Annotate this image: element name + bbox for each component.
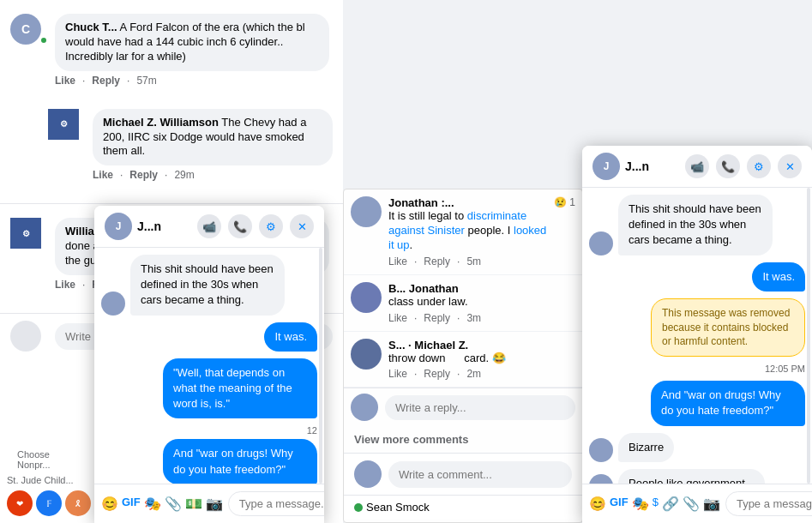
s-name: S... · Michael Z. xyxy=(388,339,575,352)
chuck-actions: Like · Reply · 57m xyxy=(55,75,333,87)
messenger-right-header-icons: 📹 📞 ⚙ ✕ xyxy=(685,154,802,178)
s-actions: Like · Reply · 2m xyxy=(388,368,575,380)
comment-chuck: C Chuck T... A Ford Falcon of the era (w… xyxy=(10,7,333,93)
s-like[interactable]: Like xyxy=(388,368,407,380)
jonathan-reply[interactable]: Reply xyxy=(424,255,450,268)
right-footer-icons: 😊 GIF 🎭 $ 🔗 📎 📷 xyxy=(589,496,720,512)
right-bubble-incoming-3: People like government... xyxy=(618,469,765,484)
gif-icon[interactable]: GIF xyxy=(122,496,141,512)
chuck-avatar-wrapper: C xyxy=(10,14,48,45)
msg-outgoing-1: It was. xyxy=(101,322,317,352)
attach-icon[interactable]: 📎 xyxy=(165,496,182,512)
close-icon[interactable]: ✕ xyxy=(290,214,314,238)
middle-facebook-panel: Jonathan :... It is still legal to discr… xyxy=(343,189,583,523)
gear-icon[interactable]: ⚙ xyxy=(259,214,283,238)
right-scrollbar[interactable] xyxy=(807,188,810,484)
s-reply[interactable]: Reply xyxy=(424,368,450,380)
write-reply-avatar xyxy=(351,394,378,421)
sticker-icon[interactable]: 🎭 xyxy=(144,496,161,512)
photo-icon[interactable]: 📷 xyxy=(206,496,223,512)
messenger-left-header-left: J J...n xyxy=(105,213,161,240)
messenger-left-messages[interactable]: This shit should have been defined in th… xyxy=(94,248,324,484)
right-avatar-1 xyxy=(589,231,613,255)
right-paperclip-icon[interactable]: 📎 xyxy=(683,496,700,512)
write-reply-input[interactable] xyxy=(385,395,575,420)
msg-bubble-outgoing-2: "Well, that depends on what the meaning … xyxy=(163,358,317,419)
right-avatar-2 xyxy=(589,438,613,462)
money-icon[interactable]: 💵 xyxy=(185,496,202,512)
right-money-icon[interactable]: $ xyxy=(653,496,659,512)
right-gear-icon[interactable]: ⚙ xyxy=(747,154,771,178)
right-sticker-icon[interactable]: 🎭 xyxy=(632,496,649,512)
sean-smock-name: Sean Smock xyxy=(366,501,430,514)
emoji-icon[interactable]: 😊 xyxy=(101,496,118,512)
write-avatar xyxy=(10,321,41,352)
michael-like[interactable]: Like xyxy=(93,169,113,181)
messenger-right-messages[interactable]: This shit should have been defined in th… xyxy=(582,188,812,484)
chuck-bubble: Chuck T... A Ford Falcon of the era (whi… xyxy=(55,14,329,71)
video-call-icon[interactable]: 📹 xyxy=(197,214,221,238)
chuck-name: Chuck T... xyxy=(65,21,117,33)
left-type-message-input[interactable] xyxy=(228,491,324,516)
chuck-reply[interactable]: Reply xyxy=(92,75,120,87)
right-msg-incoming-3: People like government... xyxy=(589,469,805,484)
michael-reply[interactable]: Reply xyxy=(129,169,158,181)
jonathan-comment: Jonathan :... It is still legal to discr… xyxy=(344,189,582,275)
s-avatar xyxy=(351,339,382,370)
right-msg-outgoing-1: It was. xyxy=(589,262,805,292)
msg-bubble-incoming-1: This shit should have been defined in th… xyxy=(130,255,285,316)
msg-avatar-incoming xyxy=(101,292,125,316)
messenger-right-header-left: J J...n xyxy=(592,153,649,180)
main-comment-input[interactable] xyxy=(388,461,572,488)
view-more-comments[interactable]: View more comments xyxy=(344,426,582,453)
left-scrollbar[interactable] xyxy=(319,248,322,484)
messenger-right-header: J J...n 📹 📞 ⚙ ✕ xyxy=(582,146,812,188)
right-avatar-3 xyxy=(589,474,613,484)
messenger-popup-left: J J...n 📹 📞 ⚙ ✕ This shit should have be… xyxy=(94,206,324,523)
b-reply[interactable]: Reply xyxy=(424,312,450,324)
nonprofit-avatars: ❤ 𝔽 🎗 xyxy=(7,490,92,516)
b-comment: B... Jonathan class under law. Like · Re… xyxy=(344,275,582,332)
nonprofit-avatar-3: 🎗 xyxy=(65,490,91,516)
messenger-popup-right: J J...n 📹 📞 ⚙ ✕ This shit should have be… xyxy=(582,146,812,523)
right-emoji-icon[interactable]: 😊 xyxy=(589,496,606,512)
chuck-time: 57m xyxy=(136,75,156,87)
online-indicator xyxy=(39,36,48,45)
right-video-icon[interactable]: 📹 xyxy=(685,154,709,178)
jonathan-text: It is still legal to discriminate agains… xyxy=(388,209,547,253)
jonathan-name: Jonathan :... xyxy=(388,196,547,209)
messenger-left-avatar: J xyxy=(105,213,132,240)
footer-left-icons: 😊 GIF 🎭 📎 💵 📷 xyxy=(101,496,223,512)
messenger-right-footer: 😊 GIF 🎭 $ 🔗 📎 📷 👍 xyxy=(582,484,812,523)
b-body: B... Jonathan class under law. Like · Re… xyxy=(388,282,575,324)
msg-outgoing-3: And "war on drugs! Why do you hate freed… xyxy=(101,439,317,484)
william-like[interactable]: Like xyxy=(55,279,75,291)
right-gif-icon[interactable]: GIF xyxy=(610,496,629,512)
right-attach-icon[interactable]: 🔗 xyxy=(662,496,679,512)
chuck-like[interactable]: Like xyxy=(55,75,75,87)
choose-nonprofit-text: Choose Nonpr... xyxy=(7,446,92,473)
right-type-message-input[interactable] xyxy=(725,491,812,516)
right-bubble-outgoing-1: It was. xyxy=(752,262,805,292)
right-msg-incoming-2: Bizarre xyxy=(589,433,805,462)
comment-michael: ⚙ Michael Z. Williamson The Chevy had a … xyxy=(48,102,333,189)
b-time: 3m xyxy=(466,312,481,324)
messenger-right-name: J...n xyxy=(625,159,649,173)
b-like[interactable]: Like xyxy=(388,312,407,324)
right-bubble-incoming-1: This shit should have been defined in th… xyxy=(618,195,773,255)
right-msg-incoming-1: This shit should have been defined in th… xyxy=(589,195,805,255)
write-reply-bar xyxy=(344,388,582,426)
b-actions: Like · Reply · 3m xyxy=(388,312,575,324)
right-close-icon[interactable]: ✕ xyxy=(778,154,802,178)
chuck-comment-body: Chuck T... A Ford Falcon of the era (whi… xyxy=(55,14,333,87)
right-photo-icon[interactable]: 📷 xyxy=(703,496,720,512)
michael-actions: Like · Reply · 29m xyxy=(93,169,333,181)
write-comment-bottom xyxy=(344,453,582,495)
right-phone-icon[interactable]: 📞 xyxy=(716,154,740,178)
nonprofit-avatar-2: 𝔽 xyxy=(36,490,62,516)
right-bubble-incoming-2: Bizarre xyxy=(618,433,674,462)
phone-call-icon[interactable]: 📞 xyxy=(228,214,252,238)
jonathan-like[interactable]: Like xyxy=(388,255,407,268)
jonathan-actions: Like · Reply · 5m xyxy=(388,255,547,268)
jonathan-time: 5m xyxy=(466,255,481,268)
